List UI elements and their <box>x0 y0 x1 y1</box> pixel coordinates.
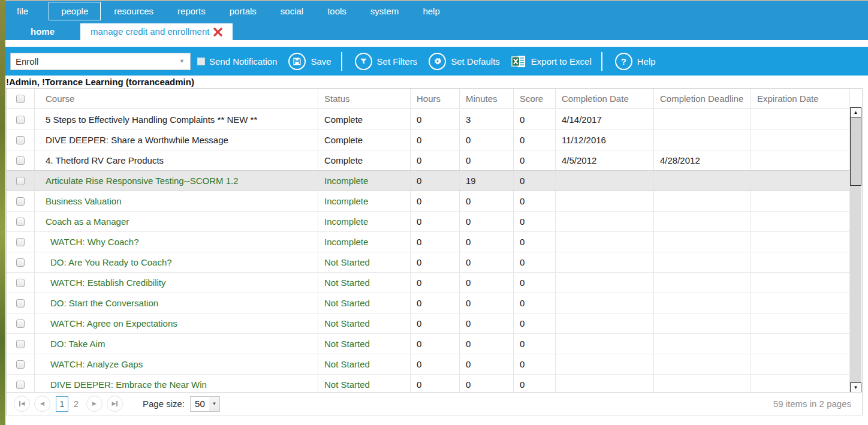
course-cell: 5 Steps to Effectively Handling Complain… <box>35 110 318 129</box>
expiration-date-cell <box>751 110 850 129</box>
table-row[interactable]: 4. Thetford RV Care ProductsComplete0004… <box>7 150 850 171</box>
expiration-date-cell <box>751 293 850 313</box>
table-row[interactable]: WATCH: Agree on ExpectationsNot Started0… <box>7 314 850 334</box>
hours-cell: 0 <box>411 293 460 313</box>
menu-item-system[interactable]: system <box>363 3 406 19</box>
table-row[interactable]: 5 Steps to Effectively Handling Complain… <box>7 110 850 130</box>
help-button[interactable]: ? Help <box>615 53 656 70</box>
scroll-up-button[interactable]: ▲ <box>850 107 861 118</box>
next-page-button[interactable]: ▶ <box>86 396 103 412</box>
table-row[interactable]: DO: Take AimNot Started000 <box>7 334 850 354</box>
page-size-select[interactable]: 50 ▼ <box>190 396 220 412</box>
score-cell: 0 <box>514 130 556 150</box>
column-header-expiration-date[interactable]: Expiration Date <box>751 89 850 108</box>
menu-item-people[interactable]: people <box>49 2 101 20</box>
select-all-checkbox[interactable] <box>16 95 25 103</box>
hours-cell: 0 <box>411 375 460 393</box>
row-checkbox-cell <box>7 273 35 293</box>
column-header-score[interactable]: Score <box>514 89 556 108</box>
enroll-dropdown[interactable]: Enroll ▼ <box>10 53 191 70</box>
page-number-current[interactable]: 1 <box>56 396 68 412</box>
row-checkbox[interactable] <box>16 238 25 246</box>
score-cell: 0 <box>514 375 556 393</box>
hours-cell: 0 <box>411 191 460 211</box>
course-cell: DO: Are You Ready to Coach? <box>35 252 318 272</box>
row-checkbox[interactable] <box>16 381 25 389</box>
score-cell: 0 <box>514 252 556 272</box>
select-all-checkbox-cell <box>7 89 35 108</box>
row-checkbox[interactable] <box>16 197 25 206</box>
menu-item-file[interactable]: file <box>10 3 35 19</box>
row-checkbox[interactable] <box>16 340 25 348</box>
row-checkbox[interactable] <box>16 218 25 226</box>
next-page-icon: ▶ <box>92 401 97 406</box>
completion-deadline-cell: 4/28/2012 <box>654 150 751 170</box>
menu-item-reports[interactable]: reports <box>170 3 213 19</box>
menu-item-tools[interactable]: tools <box>320 3 354 19</box>
scrollbar-track[interactable] <box>850 186 861 382</box>
send-notification-checkbox[interactable]: Send Notification <box>197 56 277 67</box>
export-to-excel-button[interactable]: Export to Excel <box>511 55 592 68</box>
column-header-status[interactable]: Status <box>318 89 411 108</box>
row-checkbox-cell <box>7 110 35 129</box>
expiration-date-cell <box>751 191 850 211</box>
score-cell: 0 <box>514 273 556 293</box>
completion-deadline-cell <box>654 130 751 150</box>
completion-deadline-cell <box>654 293 751 313</box>
scrollbar-thumb[interactable] <box>850 118 861 186</box>
score-cell: 0 <box>514 293 556 313</box>
hours-cell: 0 <box>411 273 460 293</box>
column-header-completion-date[interactable]: Completion Date <box>556 89 654 108</box>
previous-page-button[interactable]: ◀ <box>34 396 50 412</box>
menu-item-resources[interactable]: resources <box>107 3 161 19</box>
row-checkbox-cell <box>7 232 35 252</box>
menu-item-portals[interactable]: portals <box>222 3 264 19</box>
page-number-2[interactable]: 2 <box>72 399 80 409</box>
set-filters-button[interactable]: Set Filters <box>355 53 418 70</box>
row-checkbox[interactable] <box>16 360 25 369</box>
minutes-cell: 0 <box>460 150 514 170</box>
table-row[interactable]: Business ValuationIncomplete000 <box>7 191 850 212</box>
send-notification-label: Send Notification <box>209 56 277 67</box>
table-row[interactable]: WATCH: Establish CredibilityNot Started0… <box>7 273 850 293</box>
row-checkbox[interactable] <box>16 177 25 185</box>
table-row[interactable]: DIVE DEEPER: Share a Worthwhile MessageC… <box>7 130 850 150</box>
row-checkbox[interactable] <box>16 116 25 124</box>
table-row[interactable]: DO: Are You Ready to Coach?Not Started00… <box>7 252 850 273</box>
column-header-course[interactable]: Course <box>35 89 318 108</box>
table-row[interactable]: DIVE DEEPER: Embrace the Near WinNot Sta… <box>7 375 850 393</box>
menu-item-social[interactable]: social <box>273 3 311 19</box>
column-header-hours[interactable]: Hours <box>411 89 460 108</box>
save-button[interactable]: Save <box>288 53 331 70</box>
set-filters-label: Set Filters <box>377 56 418 67</box>
column-header-completion-deadline[interactable]: Completion Deadline <box>654 89 751 108</box>
expiration-date-cell <box>751 171 850 191</box>
row-checkbox[interactable] <box>16 136 25 144</box>
vertical-scrollbar[interactable]: ▲ ▼ <box>850 107 861 393</box>
close-tab-icon[interactable] <box>213 28 222 37</box>
completion-deadline-cell <box>654 375 751 393</box>
tab-manage-credit-and-enrollment[interactable]: manage credit and enrollment <box>80 23 233 40</box>
first-page-button[interactable]: ◀ <box>14 396 30 412</box>
help-icon: ? <box>615 53 632 70</box>
set-defaults-button[interactable]: Set Defaults <box>429 53 500 70</box>
table-row[interactable]: DO: Start the ConversationNot Started000 <box>7 293 850 314</box>
last-page-button[interactable]: ▶ <box>107 396 123 412</box>
table-row[interactable]: WATCH: Analyze GapsNot Started000 <box>7 354 850 375</box>
row-checkbox[interactable] <box>16 258 25 267</box>
menu-item-help[interactable]: help <box>415 3 447 19</box>
expiration-date-cell <box>751 232 850 252</box>
row-checkbox[interactable] <box>16 279 25 287</box>
table-row[interactable]: WATCH: Why Coach?Incomplete000 <box>7 232 850 252</box>
table-row[interactable]: Articulate Rise Responsive Testing--SCOR… <box>7 170 850 191</box>
row-checkbox[interactable] <box>16 299 25 308</box>
tab-home[interactable]: home <box>18 23 67 40</box>
row-checkbox[interactable] <box>16 156 25 165</box>
hours-cell: 0 <box>411 130 460 150</box>
course-cell: WATCH: Analyze Gaps <box>35 354 318 374</box>
hours-cell: 0 <box>411 354 460 374</box>
row-checkbox[interactable] <box>16 319 25 328</box>
column-header-minutes[interactable]: Minutes <box>460 89 514 108</box>
grid-body: 5 Steps to Effectively Handling Complain… <box>7 110 850 393</box>
table-row[interactable]: Coach as a ManagerIncomplete000 <box>7 212 850 232</box>
